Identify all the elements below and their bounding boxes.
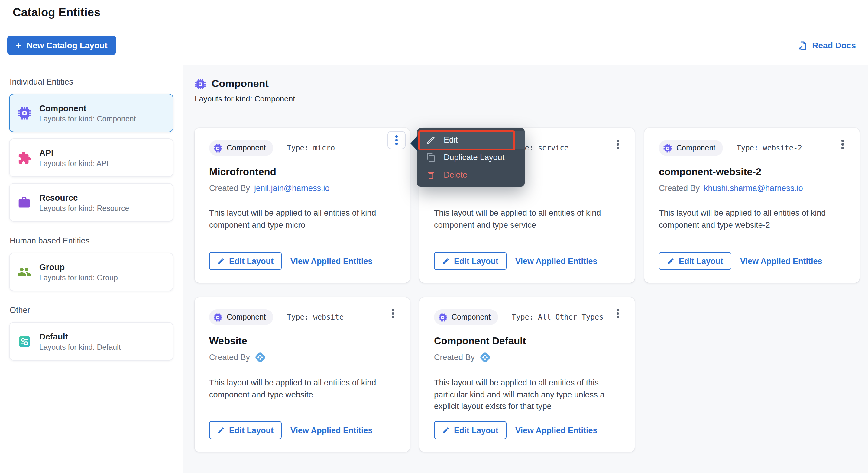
pencil-icon	[426, 135, 436, 145]
sidebar-item-text: Default Layouts for kind: Default	[39, 331, 121, 351]
section-heading: Human based Entities	[10, 236, 173, 245]
card-actions: Edit Layout View Applied Entities	[209, 252, 373, 270]
created-by-label: Created By	[434, 353, 475, 362]
layout-card-website: Component Type: website Website Created …	[195, 297, 410, 452]
page-header: Catalog Entities	[0, 0, 868, 25]
kind-subtitle: Layouts for kind: Component	[195, 94, 860, 103]
sidebar-item-title: Default	[39, 331, 121, 341]
sidebar-section-other: Other	[9, 306, 174, 361]
badge-row: Component Type: micro	[209, 140, 395, 156]
edit-layout-button[interactable]: Edit Layout	[209, 252, 281, 270]
vertical-divider	[280, 141, 280, 155]
view-applied-entities-link[interactable]: View Applied Entities	[740, 257, 823, 266]
section-heading: Other	[10, 306, 173, 315]
component-chip-icon	[213, 143, 222, 153]
layout-description: This layout will be applied to all entit…	[209, 207, 395, 231]
edit-layout-button[interactable]: Edit Layout	[659, 252, 731, 270]
sidebar-item-title: Group	[39, 262, 118, 272]
type-text: Type: micro	[287, 144, 335, 152]
created-by-row: Created By	[209, 351, 395, 363]
created-by-label: Created By	[659, 183, 700, 193]
pencil-icon	[442, 257, 450, 265]
document-arrow-icon	[797, 40, 807, 50]
layout-title: Microfrontend	[209, 166, 395, 178]
plus-icon: +	[16, 40, 22, 50]
menu-item-label: Edit	[444, 135, 458, 144]
created-by-link[interactable]: jenil.jain@harness.io	[254, 183, 330, 193]
created-by-label: Created By	[209, 183, 250, 193]
kebab-menu-button[interactable]	[837, 137, 849, 152]
new-catalog-layout-button[interactable]: + New Catalog Layout	[7, 36, 116, 55]
kind-badge: Component	[209, 140, 273, 156]
type-text: Type: All Other Types	[512, 313, 603, 322]
component-chip-icon	[438, 313, 447, 322]
kebab-menu-button[interactable]	[387, 306, 399, 322]
pencil-icon	[667, 257, 675, 265]
layout-card-component-default: Component Type: All Other Types Componen…	[420, 297, 635, 452]
read-docs-label: Read Docs	[812, 40, 856, 50]
kind-title: Component	[212, 78, 269, 90]
card-actions: Edit Layout View Applied Entities	[659, 252, 823, 270]
created-by-row: Created By jenil.jain@harness.io	[209, 182, 395, 193]
sidebar-item-text: Group Layouts for kind: Group	[39, 262, 118, 282]
menu-item-duplicate-layout[interactable]: Duplicate Layout	[417, 148, 525, 166]
view-applied-entities-link[interactable]: View Applied Entities	[515, 257, 597, 266]
kebab-menu-button[interactable]	[612, 137, 624, 152]
layout-cards-grid: Component Type: micro Microfrontend Crea…	[195, 128, 860, 452]
pencil-icon	[442, 426, 450, 434]
sidebar-item-text: Resource Layouts for kind: Resource	[39, 193, 129, 212]
new-catalog-layout-label: New Catalog Layout	[27, 40, 107, 50]
puzzle-icon	[17, 150, 31, 165]
menu-item-label: Duplicate Layout	[444, 153, 504, 162]
page-title: Catalog Entities	[13, 6, 100, 19]
sidebar-item-component[interactable]: Component Layouts for kind: Component	[9, 94, 174, 132]
kebab-menu-button[interactable]	[388, 131, 406, 149]
kind-badge-label: Component	[227, 144, 266, 152]
section-heading: Individual Entities	[10, 77, 173, 87]
kebab-menu-button[interactable]	[612, 306, 624, 322]
card-context-menu: Edit Duplicate Layout Delete	[417, 128, 525, 187]
sidebar-item-resource[interactable]: Resource Layouts for kind: Resource	[9, 183, 174, 222]
badge-row: Component Type: website-2	[659, 140, 845, 156]
harness-logo-icon	[254, 351, 266, 363]
edit-layout-button[interactable]: Edit Layout	[434, 421, 506, 439]
sidebar-item-api[interactable]: API Layouts for kind: API	[9, 138, 174, 177]
sidebar-item-title: Component	[39, 103, 136, 113]
layout-title: component-website-2	[659, 166, 845, 178]
sidebar-item-subtitle: Layouts for kind: Default	[39, 343, 121, 351]
edit-layout-button[interactable]: Edit Layout	[209, 421, 281, 439]
menu-item-delete[interactable]: Delete	[417, 166, 525, 183]
pencil-icon	[217, 257, 225, 265]
sidebar-section-individual: Individual Entities	[9, 77, 174, 222]
created-by-row: Created By khushi.sharma@harness.io	[659, 182, 845, 193]
sidebar-item-text: Component Layouts for kind: Component	[39, 103, 136, 123]
vertical-divider	[729, 141, 730, 155]
layout-card-component-website-2: Component Type: website-2 component-webs…	[644, 128, 860, 283]
component-chip-icon	[17, 106, 31, 120]
vertical-divider	[280, 310, 280, 325]
component-chip-icon	[213, 313, 222, 322]
sidebar-item-default[interactable]: Default Layouts for kind: Default	[9, 322, 174, 361]
sliders-icon	[17, 334, 31, 348]
view-applied-entities-link[interactable]: View Applied Entities	[515, 426, 597, 435]
created-by-link[interactable]: khushi.sharma@harness.io	[704, 183, 803, 193]
view-applied-entities-link[interactable]: View Applied Entities	[290, 426, 373, 435]
view-applied-entities-link[interactable]: View Applied Entities	[290, 257, 373, 266]
layout-card-microfrontend: Component Type: micro Microfrontend Crea…	[195, 128, 410, 283]
vertical-divider	[504, 310, 505, 325]
created-by-row: Created By	[434, 351, 620, 363]
layout-title: Component Default	[434, 335, 620, 347]
read-docs-link[interactable]: Read Docs	[793, 40, 860, 51]
card-actions: Edit Layout View Applied Entities	[434, 421, 597, 439]
sidebar-item-subtitle: Layouts for kind: Group	[39, 273, 118, 282]
component-chip-icon	[663, 143, 672, 153]
trash-icon	[426, 170, 436, 180]
edit-layout-button[interactable]: Edit Layout	[434, 252, 506, 270]
layout-title: Website	[209, 335, 395, 347]
menu-item-edit[interactable]: Edit	[417, 131, 525, 148]
sidebar-item-group[interactable]: Group Layouts for kind: Group	[9, 252, 174, 291]
layout-description: This layout will be applied to all entit…	[434, 207, 620, 231]
card-actions: Edit Layout View Applied Entities	[434, 252, 597, 270]
sidebar-item-subtitle: Layouts for kind: Component	[39, 114, 136, 123]
catalog-entities-page: Catalog Entities + New Catalog Layout Re…	[0, 0, 868, 473]
